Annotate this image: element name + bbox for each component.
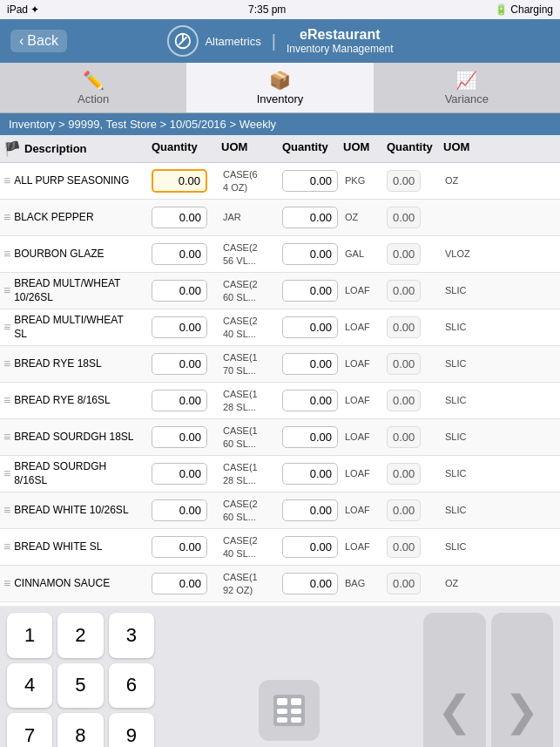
table-row: ≡ BREAD WHITE 10/26SL CASE(2 60 SL... LO… bbox=[0, 492, 560, 529]
numpad-key-6[interactable]: 6 bbox=[109, 663, 154, 709]
uom2-cell: OZ bbox=[343, 211, 387, 223]
drag-handle-icon: ≡ bbox=[3, 246, 10, 261]
qty2-cell[interactable] bbox=[282, 573, 343, 594]
flag-icon: 🏴 bbox=[3, 140, 21, 157]
prev-button[interactable]: ❮ bbox=[423, 613, 486, 747]
qty1-cell[interactable] bbox=[152, 280, 221, 302]
qty1-cell[interactable] bbox=[152, 426, 221, 448]
qty2-cell[interactable] bbox=[282, 353, 343, 375]
qty2-input[interactable] bbox=[282, 463, 338, 485]
qty2-input[interactable] bbox=[282, 390, 338, 411]
drag-handle-icon: ≡ bbox=[3, 173, 10, 188]
qty3-readonly: 0.00 bbox=[387, 170, 421, 192]
uom1-cell: CASE(1 28 SL... bbox=[221, 461, 282, 486]
qty2-input[interactable] bbox=[282, 243, 338, 265]
uom2-cell: GAL bbox=[343, 248, 387, 260]
qty2-input[interactable] bbox=[282, 280, 338, 302]
qty1-cell[interactable] bbox=[152, 390, 221, 411]
qty1-cell[interactable] bbox=[152, 463, 221, 485]
qty1-input[interactable] bbox=[152, 280, 207, 302]
numpad-key-3[interactable]: 3 bbox=[109, 613, 154, 658]
uom2-cell: LOAF bbox=[343, 504, 387, 516]
status-time: 7:35 pm bbox=[248, 3, 286, 16]
table-row: ≡ BOURBON GLAZE CASE(2 56 VL... GAL 0.00… bbox=[0, 236, 560, 273]
tab-variance[interactable]: 📈 Variance bbox=[374, 63, 560, 112]
numpad-key-7[interactable]: 7 bbox=[7, 713, 52, 747]
qty1-cell[interactable] bbox=[152, 573, 221, 594]
col-uom3-label: UOM bbox=[443, 140, 487, 157]
numpad-key-4[interactable]: 4 bbox=[7, 663, 52, 709]
qty2-input[interactable] bbox=[282, 426, 338, 448]
uom3-cell: SLIC bbox=[443, 284, 487, 296]
qty2-cell[interactable] bbox=[282, 426, 343, 448]
qty1-input[interactable] bbox=[152, 169, 207, 193]
uom3-cell: SLIC bbox=[443, 357, 487, 370]
qty3-cell: 0.00 bbox=[387, 211, 443, 224]
qty2-cell[interactable] bbox=[282, 280, 343, 302]
table-body: ≡ ALL PURP SEASONING CASE(6 4 OZ) PKG 0.… bbox=[0, 163, 560, 602]
back-label: Back bbox=[27, 33, 58, 49]
qty2-cell[interactable] bbox=[282, 499, 343, 521]
qty1-input[interactable] bbox=[152, 243, 207, 265]
qty3-cell: 0.00 bbox=[387, 174, 443, 187]
qty1-input[interactable] bbox=[152, 536, 207, 558]
qty3-cell: 0.00 bbox=[387, 357, 443, 370]
numpad-key-1[interactable]: 1 bbox=[7, 613, 52, 658]
drag-handle-icon: ≡ bbox=[3, 575, 10, 591]
qty2-input[interactable] bbox=[282, 353, 338, 375]
qty1-cell[interactable] bbox=[152, 499, 221, 521]
qty1-cell[interactable] bbox=[152, 316, 221, 338]
qty3-readonly: 0.00 bbox=[387, 463, 421, 485]
calculator-icon[interactable] bbox=[259, 680, 320, 741]
qty1-cell[interactable] bbox=[152, 243, 221, 265]
qty1-cell[interactable] bbox=[152, 353, 221, 375]
next-button[interactable]: ❯ bbox=[491, 613, 554, 747]
qty2-input[interactable] bbox=[282, 207, 338, 228]
qty1-input[interactable] bbox=[152, 463, 207, 485]
qty1-cell[interactable] bbox=[152, 169, 221, 193]
table-row: ≡ BREAD SOURDGH 18SL CASE(1 60 SL... LOA… bbox=[0, 419, 560, 456]
item-description: BOURBON GLAZE bbox=[14, 248, 104, 261]
desc-cell: ≡ BREAD MULTI/WHEAT SL bbox=[3, 314, 152, 341]
desc-cell: ≡ BREAD MULT/WHEAT 10/26SL bbox=[3, 277, 152, 304]
qty2-input[interactable] bbox=[282, 170, 338, 192]
qty2-cell[interactable] bbox=[282, 243, 343, 265]
qty2-cell[interactable] bbox=[282, 170, 343, 192]
status-ipad: iPad ✦ bbox=[7, 3, 39, 16]
uom1-cell: CASE(2 60 SL... bbox=[221, 278, 282, 303]
uom1-cell: CASE(1 70 SL... bbox=[221, 351, 282, 377]
tab-action[interactable]: ✏️ Action bbox=[0, 63, 186, 112]
qty1-input[interactable] bbox=[152, 426, 207, 448]
qty2-cell[interactable] bbox=[282, 316, 343, 338]
qty1-input[interactable] bbox=[152, 207, 207, 228]
qty2-cell[interactable] bbox=[282, 463, 343, 485]
numpad-key-8[interactable]: 8 bbox=[57, 713, 103, 747]
qty2-input[interactable] bbox=[282, 499, 338, 521]
qty2-cell[interactable] bbox=[282, 536, 343, 558]
uom2-cell: LOAF bbox=[343, 284, 387, 296]
qty2-input[interactable] bbox=[282, 536, 338, 558]
qty1-input[interactable] bbox=[152, 316, 207, 338]
uom1-cell: CASE(2 40 SL... bbox=[221, 315, 282, 340]
qty1-input[interactable] bbox=[152, 499, 207, 521]
qty1-input[interactable] bbox=[152, 353, 207, 375]
status-bar: iPad ✦ 7:35 pm 🔋 Charging bbox=[0, 0, 560, 19]
tab-inventory[interactable]: 📦 Inventory bbox=[186, 63, 373, 112]
numpad-key-2[interactable]: 2 bbox=[57, 613, 103, 658]
numpad-key-9[interactable]: 9 bbox=[109, 713, 154, 747]
back-button[interactable]: ‹ Back bbox=[10, 30, 67, 52]
numpad-key-5[interactable]: 5 bbox=[57, 663, 103, 709]
item-description: CINNAMON SAUCE bbox=[14, 577, 110, 591]
qty1-input[interactable] bbox=[152, 573, 207, 594]
qty2-input[interactable] bbox=[282, 316, 338, 338]
qty2-cell[interactable] bbox=[282, 390, 343, 411]
qty2-input[interactable] bbox=[282, 573, 338, 594]
table-row: ≡ BREAD MULTI/WHEAT SL CASE(2 40 SL... L… bbox=[0, 309, 560, 346]
qty1-cell[interactable] bbox=[152, 207, 221, 228]
item-description: BREAD RYE 8/16SL bbox=[14, 394, 111, 408]
qty2-cell[interactable] bbox=[282, 207, 343, 228]
qty1-cell[interactable] bbox=[152, 536, 221, 558]
qty1-input[interactable] bbox=[152, 390, 207, 411]
uom3-cell: VLOZ bbox=[443, 248, 487, 260]
drag-handle-icon: ≡ bbox=[3, 209, 10, 225]
